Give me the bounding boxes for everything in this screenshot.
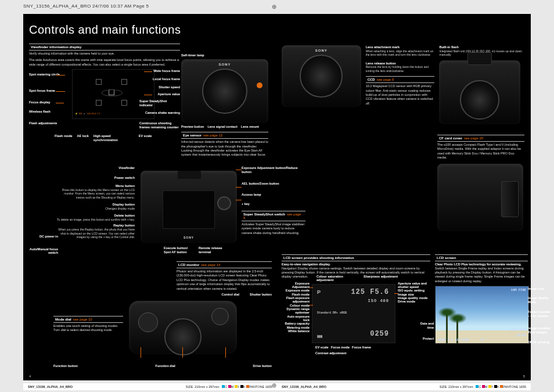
- modedial-body: Enables one-touch setting of shooting mo…: [53, 324, 123, 333]
- lcd-ct-0: Colour saturation adjustment: [316, 275, 357, 282]
- label-lens-signal: Lens signal contact: [207, 125, 237, 129]
- page-number-left: 4: [29, 375, 31, 378]
- vf-label-flashadj: Flash adjustments: [29, 121, 57, 125]
- vf-label-shutter: Shutter speed: [159, 85, 180, 89]
- lcd-ct-1: Sharpness adjustment: [364, 275, 398, 282]
- lcd-r-4: Drive mode: [398, 300, 430, 303]
- lcdmon-heading: LCD monitorsee page 14: [177, 261, 272, 268]
- lensattach-heading: Lens attachment mark: [366, 45, 435, 49]
- vf-label-sss: Super SteadyShot indicator: [139, 99, 180, 107]
- label-lens-mount: Lens mount: [241, 125, 259, 129]
- registration-mark-top: ⊕: [272, 3, 276, 10]
- page-title: Controls and main functions: [29, 23, 275, 37]
- vf-label-contcount: Continuous shooting frames remaining cou…: [139, 121, 180, 129]
- label-display-body: Changes display mode: [56, 207, 135, 211]
- label-viewfinder: Viewfinder: [56, 166, 135, 170]
- label-dcpower: DC power in: [35, 235, 58, 238]
- label-power: Power switch: [56, 176, 135, 180]
- viewfinder-body2: The wide Autofocus area covers the scene…: [29, 58, 180, 67]
- lcdscreen-body: Switch between Single Frame replay and I…: [435, 267, 528, 284]
- rev-r-1: Image Quality Mode: [528, 296, 551, 304]
- vf-label-aperture: Aperture value: [157, 92, 180, 96]
- label-controldial: Control dial: [221, 293, 239, 297]
- lcdinfo-heading: LCD screen provides shooting information: [282, 254, 430, 261]
- vf-label-evscale: EV scale: [139, 134, 152, 142]
- modedial-heading: Mode dialsee page 10: [53, 316, 123, 323]
- label-menu: Menu button: [56, 184, 135, 188]
- lcd-l-3: Flash exposure adjustment: [282, 296, 310, 304]
- eyesensor-heading: Eye sensorsee page 13: [181, 132, 268, 139]
- label-execute: Execute button/ Spot AF button: [164, 246, 193, 254]
- lcd-c-2: Focus frame: [352, 346, 371, 349]
- lcd-r-0: Aperture value and shutter speed: [398, 282, 430, 289]
- lcd-c-0: EV scale: [315, 346, 329, 349]
- label-selftimer: Self-timer lamp: [181, 53, 268, 57]
- print-footer: SNY_13156_ALPHA_A4_BRO SIZE: 210mm x 297…: [23, 383, 531, 390]
- ccd-heading: CCDsee page 8: [366, 76, 435, 83]
- lcd-l-6: Auto exposure lock: [282, 315, 310, 322]
- viewfinder-simulation: ⚡ WL ● 125 F5.6 7 5: [72, 69, 154, 119]
- rev-l-0: Date and time: [414, 322, 434, 329]
- label-functiondial: Function dial: [156, 364, 175, 368]
- review-photo: 10M FINE 100-0025 25/38 2006 1 1 10:37AM…: [435, 286, 529, 344]
- label-remote: Remote release terminal: [199, 246, 228, 254]
- viewfinder-body1: Verify shooting information with the cam…: [29, 52, 180, 56]
- label-delete-body: To delete an image, press this button an…: [56, 218, 135, 222]
- lensrelease-heading: Lens release button: [366, 62, 435, 66]
- lensattach-body: When attaching a lens, align the attachm…: [366, 49, 435, 57]
- vf-label-hss: High-speed synchronization: [93, 134, 134, 142]
- camera-front2-image: SONY: [282, 45, 361, 107]
- cfcard-body: The α100 accepts Compact Flash Type I an…: [437, 143, 524, 160]
- lcdscreen-sub: Clear Photo LCD Plus technology for accu…: [435, 262, 528, 267]
- label-shutter: Shutter button: [250, 293, 272, 297]
- lcdmon-body: Photos and shooting information are disp…: [177, 269, 272, 291]
- lensrelease-body: Remove the lens by holding down the butt…: [366, 65, 435, 73]
- lcdinfo-sub: Easy-to-view navigation display.: [282, 262, 430, 267]
- vf-bottom-readout: ⚡ WL ● 125 F5.6 7 5: [75, 110, 152, 116]
- vf-label-shake: Camera shake warning: [145, 111, 180, 114]
- viewfinder-heading: Viewfinder information display: [29, 44, 180, 51]
- lcd-l-5: Dynamic range optimiser: [282, 307, 310, 315]
- label-amfocus: Auto/Manual focus switch: [27, 247, 58, 255]
- label-delete: Delete button: [56, 214, 135, 218]
- camera-top-image: [129, 301, 237, 354]
- lcd-l-9: White balance: [282, 329, 310, 333]
- rev-r-2: Folder number – File number: [528, 310, 551, 318]
- vf-label-spotmeter: Spot metering circle: [29, 73, 60, 76]
- lcdscreen-heading: LCD screen: [435, 254, 528, 261]
- label-replay: Replay button: [56, 224, 135, 228]
- vf-label-spotfocus: Spot focus frame: [29, 89, 55, 92]
- flash-heading: Built-in flash: [439, 45, 526, 49]
- lcd-c-3: Contrast adjustment: [315, 351, 346, 355]
- lcd-simulation: 125 F5.6 ISO 400 0259 Standard DR+ sRGB …: [312, 284, 395, 343]
- label-replay-body: When you press the Replay button, the ph…: [56, 228, 135, 239]
- label-display: Display button: [56, 203, 135, 207]
- ccd-body: 10.2 Megapixel CCD sensor with RGB prima…: [366, 84, 435, 106]
- camera-rear-image: SONY: [141, 171, 237, 243]
- camera-flash-image: SONY: [439, 60, 520, 124]
- vf-label-localframe: Local focus frame: [153, 77, 180, 81]
- cfcard-heading: CF card coversee page 20: [437, 135, 524, 142]
- label-preview-btn: Preview button: [181, 125, 204, 129]
- lcd-l-7: Battery capacity: [282, 322, 310, 325]
- print-slug-header: SNY_13156_ALPHA_A4_BRO 24/7/06 10:37 AM …: [23, 3, 149, 9]
- label-drivebtn: Drive button: [253, 364, 272, 368]
- vf-label-wideframe: Wide focus frame: [153, 69, 180, 73]
- registration-mark-bottom: ⊕: [272, 382, 276, 389]
- lcd-l-1: Exposure mode: [282, 289, 310, 292]
- rev-r-0: Image size: [528, 287, 551, 290]
- lcd-c-1: Focus mode: [331, 346, 350, 349]
- rev-r-3: Image number/ Total images: [528, 326, 551, 334]
- page-number-right: 5: [523, 375, 525, 378]
- vf-label-flashmode: Flash mode: [55, 134, 73, 142]
- rev-l-1: Protect: [414, 337, 434, 340]
- vf-label-focusdisplay: Focus display: [29, 100, 51, 104]
- camera-side-image: [437, 164, 523, 231]
- label-menu-body: Press this button to display the Menu sc…: [56, 188, 135, 200]
- eyesensor-body: Infra-red sensor detects when the camera…: [181, 140, 268, 157]
- vf-label-wireless: Wireless flash: [29, 110, 51, 113]
- camera-front-image: SONY: [181, 59, 268, 123]
- lcd-l-0: Exposure Adjustment: [282, 282, 310, 289]
- label-functionbtn: Function button: [53, 364, 78, 368]
- vf-label-aelock: AE lock: [77, 134, 89, 142]
